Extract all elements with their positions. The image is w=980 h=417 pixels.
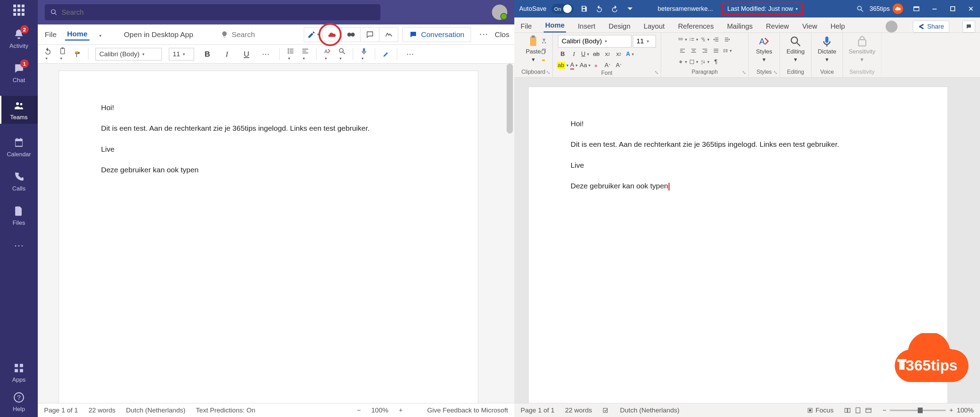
tab-file[interactable]: File [43, 29, 59, 40]
editing-mode-button[interactable]: ▾ [304, 27, 323, 42]
strike-button[interactable]: ab [592, 49, 601, 59]
feedback-link[interactable]: Give Feedback to Microsoft [427, 406, 508, 414]
superscript-button[interactable]: x2 [614, 49, 624, 59]
document-canvas[interactable]: Hoi! Dit is een test. Aan de rechterkant… [514, 78, 980, 403]
align-left-button[interactable] [678, 46, 687, 55]
collaborator-avatar[interactable] [886, 21, 897, 32]
rtab-design[interactable]: Design [607, 20, 632, 32]
dialog-launcher[interactable]: ⤡ [773, 70, 778, 75]
clear-formatting-button[interactable] [592, 61, 601, 70]
ribbon-display-button[interactable] [907, 0, 926, 18]
numbering-button[interactable]: 12 [689, 35, 698, 44]
rtab-file[interactable]: File [519, 20, 533, 32]
shading-button[interactable] [678, 57, 687, 67]
paste-button[interactable]: Paste▾ [526, 35, 541, 63]
rtab-mailings[interactable]: Mailings [725, 20, 754, 32]
status-words[interactable]: 22 words [89, 406, 115, 414]
zoom-out[interactable]: − [883, 406, 886, 414]
comments-pane-button[interactable] [963, 21, 975, 32]
more-font-button[interactable]: ⋯ [260, 48, 272, 60]
dictate-button[interactable]: Dictate▾ [818, 35, 836, 63]
open-in-desktop-button[interactable]: Open in Desktop App [124, 30, 193, 39]
rail-calendar[interactable]: Calendar [0, 135, 38, 158]
tab-home[interactable]: Home [65, 28, 89, 41]
teams-search-input[interactable] [62, 8, 375, 16]
cut-button[interactable] [539, 37, 549, 45]
account-menu[interactable]: 365tips [865, 3, 907, 14]
document-title[interactable]: betersamenwerke... [658, 5, 713, 13]
rtab-layout[interactable]: Layout [642, 20, 666, 32]
status-language[interactable]: Dutch (Netherlands) [620, 406, 679, 414]
align-button[interactable] [301, 47, 309, 61]
rail-activity[interactable]: 2 Activity [0, 27, 38, 49]
shrink-font-button[interactable]: A˅ [614, 61, 624, 70]
dialog-launcher[interactable]: ⤡ [742, 70, 746, 75]
font-name-combo[interactable]: Calibri (Body)▾ [558, 35, 632, 48]
bold-button[interactable]: B [558, 49, 568, 59]
sort-button[interactable]: AZ [700, 57, 710, 67]
status-page[interactable]: Page 1 of 1 [44, 406, 78, 414]
copy-button[interactable] [539, 47, 549, 56]
underline-button[interactable]: U [240, 48, 253, 60]
status-language[interactable]: Dutch (Netherlands) [126, 406, 185, 414]
rtab-insert[interactable]: Insert [576, 20, 597, 32]
multilevel-button[interactable] [700, 35, 710, 44]
toolbar-overflow[interactable]: ⋯ [404, 48, 417, 60]
tell-me-input[interactable] [232, 30, 281, 39]
save-icon[interactable] [579, 3, 589, 14]
rtab-review[interactable]: Review [765, 20, 791, 32]
line-spacing-button[interactable] [722, 46, 732, 55]
reading-view-button[interactable] [342, 27, 361, 42]
zoom-slider[interactable] [890, 410, 946, 411]
share-button[interactable]: Share [913, 21, 949, 32]
document-canvas[interactable]: Hoi! Dit is een test. Aan de rechterkant… [38, 64, 514, 403]
align-right-button[interactable] [700, 46, 710, 55]
zoom-out[interactable]: − [357, 406, 361, 414]
maximize-button[interactable] [943, 0, 962, 18]
status-words[interactable]: 22 words [565, 406, 592, 414]
show-marks-button[interactable]: ¶ [711, 57, 721, 67]
autosave-toggle[interactable]: On [551, 4, 574, 14]
status-spellcheck-icon[interactable] [602, 407, 609, 414]
text-effects-button[interactable]: A [625, 49, 635, 59]
last-modified-indicator[interactable]: Last Modified: Just now▾ [722, 3, 803, 15]
dialog-launcher[interactable]: ⤡ [546, 70, 550, 75]
styles-pane-button[interactable]: A Styles▾ [756, 35, 772, 63]
find-button[interactable] [338, 47, 346, 61]
increase-indent-button[interactable] [722, 35, 732, 44]
search-titlebar-icon[interactable] [855, 3, 865, 14]
overflow-button[interactable]: ⋯ [475, 27, 492, 42]
conversation-button[interactable]: Conversation [402, 27, 471, 42]
decrease-indent-button[interactable] [711, 35, 721, 44]
grow-font-button[interactable]: A˄ [603, 61, 612, 70]
borders-button[interactable] [689, 57, 698, 67]
italic-button[interactable]: I [569, 49, 579, 59]
clipboard-button[interactable] [59, 47, 67, 61]
rtab-view[interactable]: View [801, 20, 818, 32]
rail-more[interactable]: ⋯ [0, 239, 38, 252]
zoom-level[interactable]: 100% [371, 406, 388, 414]
rail-calls[interactable]: Calls [0, 170, 38, 192]
read-mode-button[interactable] [844, 407, 851, 414]
undo-button[interactable] [44, 47, 52, 61]
zoom-in[interactable]: + [399, 406, 403, 414]
editor-button[interactable] [382, 50, 390, 58]
dictate-button[interactable] [360, 47, 368, 61]
rtab-home[interactable]: Home [544, 19, 566, 32]
scrollbar-thumb[interactable] [507, 64, 513, 134]
change-case-button[interactable]: Aa [581, 61, 590, 70]
status-page[interactable]: Page 1 of 1 [520, 406, 555, 414]
rtab-help[interactable]: Help [829, 20, 846, 32]
zoom-in[interactable]: + [949, 406, 953, 414]
web-layout-button[interactable] [865, 407, 872, 414]
underline-button[interactable]: U [581, 49, 590, 59]
font-size-combo[interactable]: 11▾ [633, 35, 656, 48]
status-predictions[interactable]: Text Predictions: On [196, 406, 255, 414]
app-launcher-icon[interactable] [12, 3, 25, 17]
highlight-button[interactable]: ab [558, 61, 568, 70]
rail-apps[interactable]: Apps [0, 361, 38, 384]
zoom-level[interactable]: 100% [956, 406, 974, 414]
close-button[interactable]: Clos [495, 30, 509, 39]
qat-customize-icon[interactable] [625, 3, 635, 14]
styles-button[interactable]: A [323, 47, 331, 61]
